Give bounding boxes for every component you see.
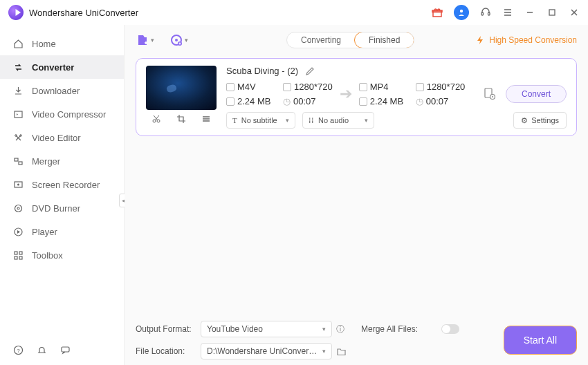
- sidebar-item-burner[interactable]: DVD Burner: [0, 196, 124, 220]
- format-icon: [359, 83, 367, 91]
- sidebar-item-recorder[interactable]: Screen Recorder: [0, 173, 124, 196]
- close-icon[interactable]: [569, 7, 580, 18]
- svg-rect-18: [15, 256, 17, 259]
- info-icon[interactable]: ⓘ: [336, 324, 357, 335]
- svg-point-14: [17, 207, 19, 209]
- svg-point-13: [15, 205, 21, 212]
- sidebar-item-converter[interactable]: Converter: [0, 55, 124, 79]
- sidebar-item-label: Merger: [32, 156, 60, 167]
- chevron-down-icon: ▾: [151, 37, 154, 44]
- compressor-icon: [12, 109, 24, 120]
- svg-rect-9: [15, 158, 18, 161]
- size-icon: [226, 97, 235, 106]
- target-settings-icon[interactable]: [484, 88, 496, 100]
- open-folder-icon[interactable]: [336, 346, 357, 357]
- cut-icon[interactable]: [151, 114, 161, 124]
- tab-group: Converting Finished: [286, 32, 414, 48]
- svg-rect-5: [549, 10, 555, 15]
- merge-label: Merge All Files:: [361, 324, 437, 334]
- user-avatar[interactable]: [454, 5, 469, 20]
- gift-icon[interactable]: [432, 7, 443, 18]
- sidebar-item-label: Screen Recorder: [32, 180, 100, 190]
- tab-finished[interactable]: Finished: [354, 32, 414, 48]
- add-file-button[interactable]: ▾: [136, 33, 154, 47]
- merger-icon: [12, 156, 24, 167]
- menu-icon[interactable]: [502, 7, 513, 18]
- output-format-dropdown[interactable]: YouTube Video▾: [201, 321, 332, 337]
- downloader-icon: [12, 85, 24, 96]
- app-title: Wondershare UniConverter: [29, 8, 138, 18]
- burner-icon: [12, 203, 24, 214]
- file-card: Scuba Diving - (2) M4V 1280*720 2.24 MB …: [136, 58, 577, 136]
- svg-rect-16: [15, 252, 17, 254]
- tab-converting[interactable]: Converting: [287, 32, 355, 48]
- sidebar-item-downloader[interactable]: Downloader: [0, 79, 124, 102]
- sidebar-item-label: DVD Burner: [32, 203, 80, 214]
- svg-point-24: [175, 39, 178, 41]
- gear-icon: ⚙: [521, 116, 528, 125]
- svg-rect-3: [481, 12, 484, 15]
- sidebar-item-compressor[interactable]: Video Compressor: [0, 102, 124, 126]
- sidebar-item-label: Video Compressor: [32, 109, 106, 120]
- subtitle-dropdown[interactable]: TNo subtitle▾: [226, 112, 295, 129]
- sidebar-item-label: Home: [32, 39, 56, 49]
- settings-button[interactable]: ⚙Settings: [513, 112, 567, 129]
- maximize-icon[interactable]: [546, 7, 558, 18]
- sidebar-item-home[interactable]: Home: [0, 32, 124, 55]
- chevron-down-icon: ▾: [185, 37, 188, 44]
- svg-rect-22: [62, 347, 69, 352]
- audio-dropdown[interactable]: ⁞⁞No audio▾: [302, 112, 374, 129]
- minimize-icon[interactable]: [524, 7, 535, 18]
- sidebar-item-player[interactable]: Player: [0, 220, 124, 243]
- svg-point-2: [460, 10, 463, 12]
- svg-point-12: [17, 183, 19, 185]
- resolution-icon: [416, 83, 424, 91]
- svg-point-30: [492, 96, 493, 97]
- help-icon[interactable]: ?: [12, 344, 24, 355]
- clock-icon: ◷: [416, 96, 423, 106]
- add-dvd-button[interactable]: ▾: [169, 33, 188, 47]
- merge-toggle[interactable]: [441, 324, 459, 334]
- start-all-button[interactable]: Start All: [504, 326, 577, 355]
- format-icon: [226, 83, 235, 91]
- sidebar-item-label: Toolbox: [32, 250, 63, 261]
- sidebar-item-toolbox[interactable]: Toolbox: [0, 243, 124, 267]
- clock-icon: ◷: [283, 96, 291, 106]
- editor-icon: [12, 132, 24, 143]
- support-icon[interactable]: [480, 7, 491, 18]
- file-title: Scuba Diving - (2): [226, 66, 298, 76]
- edit-icon[interactable]: [305, 66, 315, 76]
- sidebar: Home Converter Downloader Video Compress…: [0, 25, 125, 365]
- recorder-icon: [12, 179, 24, 190]
- home-icon: [12, 38, 24, 49]
- notify-icon[interactable]: [36, 344, 47, 355]
- toolbox-icon: [12, 250, 24, 261]
- svg-rect-17: [19, 252, 22, 254]
- player-icon: [12, 226, 24, 237]
- more-icon[interactable]: [201, 114, 211, 124]
- converter-icon: [12, 62, 24, 73]
- titlebar: Wondershare UniConverter: [0, 0, 588, 25]
- high-speed-toggle[interactable]: High Speed Conversion: [475, 35, 577, 45]
- resolution-icon: [283, 83, 291, 91]
- feedback-icon[interactable]: [59, 344, 71, 355]
- svg-text:?: ?: [17, 347, 20, 353]
- file-location-label: File Location:: [136, 346, 196, 356]
- output-format-label: Output Format:: [136, 324, 196, 334]
- file-location-dropdown[interactable]: D:\Wondershare UniConverter▾: [201, 343, 332, 359]
- svg-rect-10: [19, 162, 22, 165]
- sidebar-item-label: Downloader: [32, 86, 80, 96]
- crop-icon[interactable]: [176, 114, 186, 124]
- svg-rect-6: [15, 111, 22, 118]
- video-thumbnail[interactable]: [146, 66, 217, 110]
- app-logo: [8, 5, 24, 20]
- sidebar-item-label: Player: [32, 227, 57, 237]
- svg-rect-19: [19, 256, 22, 259]
- sidebar-item-merger[interactable]: Merger: [0, 149, 124, 173]
- sidebar-item-label: Converter: [32, 62, 74, 73]
- svg-rect-4: [488, 12, 490, 15]
- size-icon: [359, 97, 367, 106]
- convert-button[interactable]: Convert: [506, 85, 567, 103]
- sidebar-item-editor[interactable]: Video Editor: [0, 126, 124, 149]
- arrow-right-icon: ➔: [333, 85, 359, 103]
